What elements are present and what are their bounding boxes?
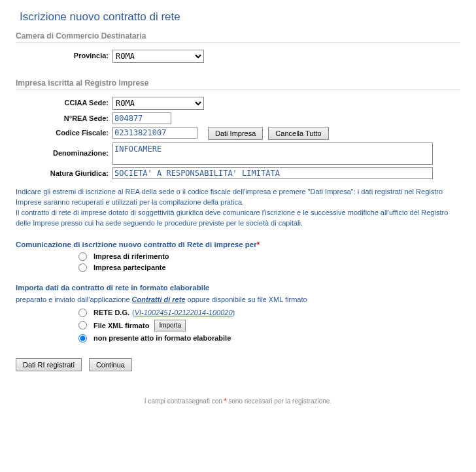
radio-impresa-riferimento[interactable] bbox=[78, 252, 87, 261]
radio-file-xml-label: File XML firmato bbox=[94, 322, 149, 329]
denominazione-textarea[interactable]: INFOCAMERE bbox=[112, 143, 433, 165]
denominazione-label: Denominazione: bbox=[16, 143, 112, 157]
radio-impresa-riferimento-label: Impresa di riferimento bbox=[94, 252, 169, 260]
importa-note: preparato e inviato dall'applicazione Co… bbox=[16, 295, 460, 303]
footer-note: I campi contrassegnati con * sono necess… bbox=[16, 397, 460, 405]
dati-impresa-button[interactable]: Dati Impresa bbox=[208, 127, 263, 140]
importa-button[interactable]: Importa bbox=[154, 320, 186, 331]
provincia-label: Provincia: bbox=[16, 50, 112, 59]
page-title: Iscrizione nuovo contratto di rete bbox=[16, 10, 460, 24]
radio-non-presente[interactable] bbox=[78, 334, 87, 343]
radio-non-presente-label: non presente atto in formato elaborabile bbox=[94, 334, 231, 342]
info-text-block: Indicare gli estremi di iscrizione al RE… bbox=[16, 187, 460, 229]
cciaa-sede-label: CCIAA Sede: bbox=[16, 97, 112, 107]
nrea-sede-input[interactable] bbox=[112, 112, 171, 124]
natura-giuridica-label: Natura Giuridica: bbox=[16, 167, 112, 177]
nrea-sede-label: N°REA Sede: bbox=[16, 112, 112, 122]
comunicazione-heading: Comunicazione di iscrizione nuovo contra… bbox=[16, 241, 460, 248]
importa-heading: Importa dati da contratto di rete in for… bbox=[16, 284, 460, 292]
radio-impresa-partecipante-label: Impresa partecipante bbox=[94, 263, 166, 271]
radio-rete-dg-extra: (VI-1002451-02122014-100020) bbox=[132, 309, 235, 316]
natura-giuridica-input[interactable] bbox=[112, 167, 433, 179]
rete-dg-link[interactable]: VI-1002451-02122014-100020 bbox=[135, 309, 233, 316]
radio-rete-dg[interactable] bbox=[78, 309, 87, 317]
contratti-di-rete-link[interactable]: Contratti di rete bbox=[132, 295, 186, 303]
section-camera-commercio: Camera di Commercio Destinataria bbox=[16, 31, 460, 43]
dati-ri-registrati-button[interactable]: Dati RI registrati bbox=[16, 358, 82, 371]
provincia-select[interactable]: ROMA bbox=[112, 50, 204, 63]
codice-fiscale-label: Codice Fiscale: bbox=[16, 127, 112, 137]
radio-impresa-partecipante[interactable] bbox=[78, 263, 87, 272]
cancella-tutto-button[interactable]: Cancella Tutto bbox=[268, 127, 328, 140]
continua-button[interactable]: Continua bbox=[89, 358, 132, 371]
radio-rete-dg-label: RETE D.G. bbox=[94, 309, 129, 316]
section-impresa-iscritta: Impresa iscritta al Registro Imprese bbox=[16, 78, 460, 90]
cciaa-sede-select[interactable]: ROMA bbox=[112, 97, 204, 110]
radio-file-xml[interactable] bbox=[78, 321, 87, 329]
codice-fiscale-input[interactable] bbox=[112, 127, 197, 139]
